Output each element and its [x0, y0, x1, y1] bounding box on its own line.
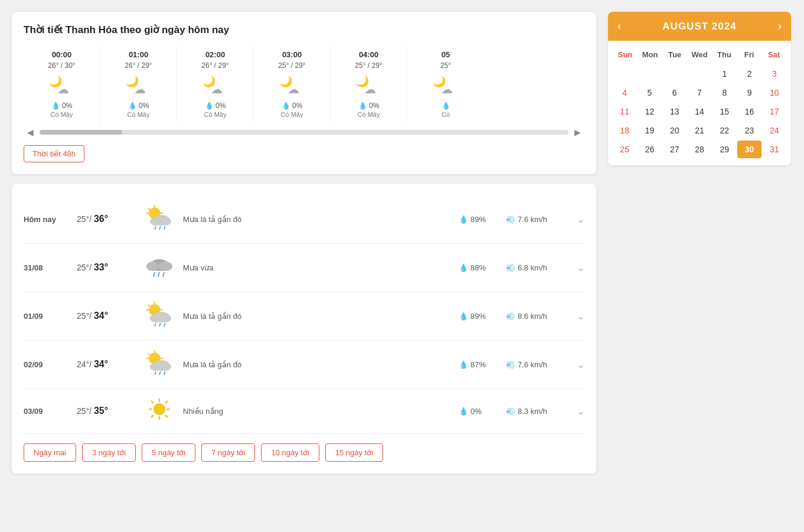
cal-cell[interactable]: 22: [713, 122, 736, 139]
hourly-rain: 💧 0%: [183, 102, 247, 110]
hourly-title: Thời tiết Thanh Hóa theo giờ ngày hôm na…: [24, 24, 584, 36]
cal-cell[interactable]: 9: [737, 84, 761, 102]
svg-text:☁: ☁: [287, 83, 299, 94]
svg-point-53: [153, 403, 165, 415]
cal-cell[interactable]: 29: [713, 141, 736, 158]
btn-10days[interactable]: 10 ngày tới: [261, 443, 319, 462]
scroll-left-arrow[interactable]: ◀: [24, 126, 37, 138]
cal-cell-today[interactable]: 30: [737, 141, 761, 158]
cal-cell[interactable]: 14: [688, 103, 711, 120]
cal-cell[interactable]: 6: [663, 84, 687, 102]
sunny-icon: [142, 397, 177, 425]
cal-cell[interactable]: 5: [638, 84, 661, 102]
hourly-temp: 25°: [413, 61, 478, 70]
btn-7days[interactable]: 7 ngày tới: [201, 443, 255, 462]
cal-day-sun: Sun: [613, 48, 638, 61]
hourly-rain: 💧: [413, 102, 478, 110]
daily-desc: Mưa lá tả gần đó: [183, 312, 453, 321]
cal-cell[interactable]: 25: [613, 141, 636, 158]
cal-cell[interactable]: 11: [613, 103, 636, 120]
daily-date: 31/08: [24, 263, 71, 272]
svg-line-61: [151, 415, 153, 417]
hourly-desc: Có Mây: [336, 111, 401, 118]
calendar-card: ‹ AUGUST 2024 › Sun Mon Tue Wed Thu Fri …: [608, 12, 791, 165]
cal-cell[interactable]: 3: [763, 65, 786, 83]
cal-cell: [613, 65, 636, 83]
cal-cell[interactable]: 23: [737, 122, 761, 139]
cal-cell: [663, 65, 687, 83]
hourly-time: 00:00: [30, 50, 94, 59]
expand-button[interactable]: ⌄: [577, 311, 584, 322]
daily-wind: 💨 7.6 km/h: [506, 360, 571, 369]
cal-cell[interactable]: 21: [688, 122, 711, 139]
calendar-header: ‹ AUGUST 2024 ›: [608, 12, 791, 41]
cal-cell[interactable]: 4: [613, 84, 636, 102]
cal-day-tue: Tue: [662, 48, 687, 61]
daily-rain: 💧 88%: [459, 263, 500, 272]
cal-cell[interactable]: 15: [713, 103, 736, 120]
daily-wind: 💨 8.3 km/h: [506, 407, 571, 416]
svg-line-29: [158, 272, 159, 277]
cal-cell[interactable]: 10: [763, 84, 786, 102]
btn-3days[interactable]: 3 ngày tới: [82, 443, 136, 462]
svg-point-49: [159, 363, 171, 371]
rain-drop-icon: 💧: [459, 360, 468, 369]
cal-cell[interactable]: 12: [638, 103, 661, 120]
hourly-time: 01:00: [106, 50, 171, 59]
btn-15days[interactable]: 15 ngày tới: [325, 443, 383, 462]
svg-line-39: [155, 323, 156, 327]
hourly-weather-card: Thời tiết Thanh Hóa theo giờ ngày hôm na…: [12, 12, 596, 174]
cal-cell[interactable]: 7: [688, 84, 711, 102]
scroll-controls: ◀ ▶: [24, 126, 584, 138]
cal-cell[interactable]: 24: [763, 122, 786, 139]
cal-cell[interactable]: 8: [713, 84, 736, 102]
scroll-handle[interactable]: [40, 130, 122, 135]
daily-wind: 💨 8.6 km/h: [506, 312, 571, 321]
cal-cell[interactable]: 20: [663, 122, 687, 139]
svg-text:☁: ☁: [364, 83, 376, 94]
cal-cell[interactable]: 27: [663, 141, 687, 158]
svg-line-30: [163, 272, 164, 277]
cal-cell[interactable]: 13: [663, 103, 687, 120]
cal-cell[interactable]: 1: [713, 65, 736, 83]
svg-text:☁: ☁: [57, 83, 69, 94]
hourly-rain: 💧 0%: [106, 102, 171, 110]
hourly-scroll[interactable]: 00:00 26° / 30° 🌙 ☁ 💧 0% Có Mây: [24, 45, 584, 123]
moon-cloud-icon: 🌙 ☁: [336, 73, 401, 99]
svg-line-40: [159, 323, 161, 327]
svg-line-58: [151, 401, 153, 403]
calendar-next-button[interactable]: ›: [778, 20, 782, 32]
daily-rain: 💧 0%: [459, 407, 500, 416]
btn-tomorrow[interactable]: Ngày mai: [24, 443, 76, 462]
svg-line-28: [153, 272, 155, 277]
svg-line-24: [164, 226, 165, 230]
cal-cell[interactable]: 28: [688, 141, 711, 158]
svg-line-35: [148, 305, 150, 306]
daily-temp: 25°/ 36°: [77, 214, 136, 224]
calendar-prev-button[interactable]: ‹: [617, 20, 621, 32]
cal-cell[interactable]: 17: [763, 103, 786, 120]
expand-button[interactable]: ⌄: [577, 262, 584, 273]
svg-point-21: [159, 217, 171, 226]
daily-rain: 💧 89%: [459, 312, 500, 321]
expand-button[interactable]: ⌄: [577, 359, 584, 370]
cal-day-thu: Thu: [712, 48, 737, 61]
rain-drop-icon: 💧: [459, 263, 468, 272]
svg-line-23: [159, 226, 161, 230]
daily-row: 03/09 25°/ 35° Nhiều nắng: [24, 389, 584, 434]
cal-cell[interactable]: 26: [638, 141, 661, 158]
btn-5days[interactable]: 5 ngày tới: [142, 443, 195, 462]
scroll-right-arrow[interactable]: ▶: [571, 126, 584, 138]
cal-cell[interactable]: 19: [638, 122, 661, 139]
cal-cell[interactable]: 31: [763, 141, 786, 158]
moon-cloud-icon: 🌙 ☁: [183, 73, 247, 99]
hourly-rain: 💧 0%: [260, 102, 324, 110]
cal-cell[interactable]: 2: [737, 65, 761, 83]
svg-line-41: [164, 323, 165, 327]
btn-48h[interactable]: Thời tiết 48h: [24, 145, 84, 162]
expand-button[interactable]: ⌄: [577, 406, 584, 417]
expand-button[interactable]: ⌄: [577, 214, 584, 225]
cal-cell[interactable]: 18: [613, 122, 636, 139]
hourly-time: 03:00: [260, 50, 324, 59]
cal-cell[interactable]: 16: [737, 103, 761, 120]
